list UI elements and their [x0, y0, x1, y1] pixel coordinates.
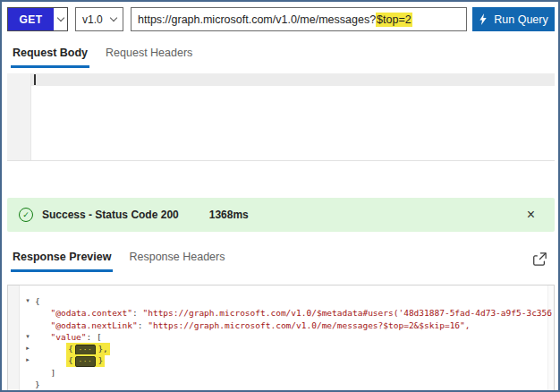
fold-expanded-icon[interactable]: ▾	[21, 331, 35, 343]
current-line-highlight	[31, 73, 555, 86]
status-banner: ✓ Success - Status Code 200 1368ms ×	[7, 198, 555, 232]
http-method-value[interactable]: GET	[8, 8, 54, 30]
code-line: ▸{···}	[21, 354, 547, 366]
tab-request-body[interactable]: Request Body	[11, 41, 89, 68]
code-line: "@odata.context": "https://graph.microso…	[21, 307, 547, 319]
collapsed-region-badge[interactable]: ···	[75, 345, 97, 355]
code-content: "@odata.nextLink": "https://graph.micros…	[51, 320, 471, 331]
token-key: "value"	[51, 332, 87, 342]
lightning-icon	[479, 13, 488, 25]
token-punct: },	[98, 344, 107, 354]
run-query-label: Run Query	[494, 13, 547, 26]
code-line: "@odata.nextLink": "https://graph.micros…	[21, 320, 547, 331]
request-tabs: Request Body Request Headers	[11, 41, 194, 68]
response-duration: 1368ms	[209, 209, 249, 221]
token-key: "@odata.context"	[51, 308, 133, 318]
url-text: https://graph.microsoft.com/v1.0/me/mess…	[138, 13, 376, 26]
vertical-scrollbar[interactable]	[547, 285, 554, 391]
code-line: ]	[21, 367, 547, 379]
code-line: ▾"value": [	[21, 331, 547, 343]
token-string: "https://graph.microsoft.com/v1.0/me/mes…	[148, 320, 470, 330]
api-version-dropdown[interactable]: v1.0	[75, 7, 123, 31]
api-version-value: v1.0	[82, 13, 103, 26]
collapsed-region-badge[interactable]: ···	[75, 356, 97, 367]
token-punct: :	[132, 308, 142, 318]
code-line: }	[21, 379, 547, 390]
request-url-input[interactable]: https://graph.microsoft.com/v1.0/me/mess…	[131, 7, 467, 31]
chevron-down-icon	[56, 14, 64, 21]
token-punct: : [	[87, 332, 102, 342]
chevron-down-icon	[110, 14, 117, 21]
token-punct: :	[138, 320, 148, 330]
check-circle-icon: ✓	[19, 208, 33, 222]
close-icon[interactable]: ×	[527, 208, 535, 222]
editor-gutter	[8, 285, 20, 391]
token-key: "@odata.nextLink"	[51, 320, 138, 330]
tab-response-preview[interactable]: Response Preview	[11, 245, 113, 272]
status-message: Success - Status Code 200	[42, 209, 179, 221]
code-content: "@odata.context": "https://graph.microso…	[51, 307, 553, 319]
code-content: }	[35, 379, 40, 390]
response-tabs: Response Preview Response Headers	[11, 245, 226, 272]
token-punct: {	[35, 296, 40, 306]
code-line: ▾{	[21, 295, 547, 307]
token-string: "https://graph.microsoft.com/v1.0/$metad…	[142, 308, 552, 318]
chevron-down-icon[interactable]	[54, 8, 67, 30]
token-punct: {	[68, 344, 73, 354]
response-preview-editor[interactable]: ▾{"@odata.context": "https://graph.micro…	[7, 285, 555, 392]
fold-collapsed-icon[interactable]: ▸	[21, 354, 35, 366]
response-json-code: ▾{"@odata.context": "https://graph.micro…	[21, 295, 547, 390]
fold-collapsed-icon[interactable]: ▸	[21, 343, 35, 354]
token-punct: }	[98, 355, 103, 365]
tab-request-headers[interactable]: Request Headers	[104, 41, 194, 68]
code-content: "value": [	[51, 331, 102, 343]
text-cursor	[34, 74, 36, 85]
token-punct: {	[68, 355, 73, 365]
graph-explorer-panel: GET v1.0 https://graph.microsoft.com/v1.…	[0, 0, 560, 392]
highlighted-code-content: {···}	[66, 354, 105, 367]
fold-expanded-icon[interactable]: ▾	[21, 295, 35, 307]
code-line: ▸{···},	[21, 343, 547, 354]
request-body-editor[interactable]	[7, 73, 555, 161]
highlighted-code-content: {···},	[66, 343, 110, 355]
share-icon	[531, 251, 547, 267]
url-highlighted-query: $top=2	[376, 13, 412, 27]
run-query-button[interactable]: Run Query	[472, 7, 555, 31]
share-button[interactable]	[530, 249, 549, 268]
tab-response-headers[interactable]: Response Headers	[127, 245, 226, 272]
token-punct: ]	[51, 368, 56, 378]
editor-gutter	[7, 73, 31, 160]
code-content: {	[35, 295, 40, 307]
token-punct: }	[35, 379, 40, 389]
http-method-dropdown[interactable]: GET	[7, 7, 68, 31]
code-content: ]	[51, 367, 56, 379]
